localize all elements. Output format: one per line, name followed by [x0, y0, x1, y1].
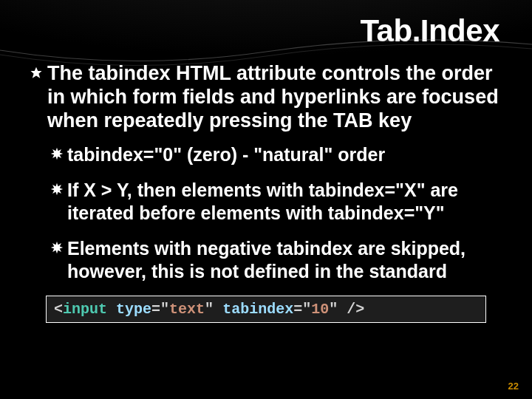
bullet-level2: tabindex="0" (zero) - "natural" order [50, 143, 502, 166]
code-attr: type [116, 301, 151, 318]
svg-marker-0 [31, 67, 42, 78]
code-punct: =" [151, 301, 169, 318]
bullet-text: Elements with negative tabindex are skip… [67, 237, 502, 282]
slide: Tab.Index The tabindex HTML attribute co… [0, 0, 532, 399]
code-punct: " [329, 301, 338, 318]
svg-marker-1 [51, 147, 64, 160]
code-space [107, 301, 116, 318]
svg-marker-3 [51, 242, 64, 254]
code-space [338, 301, 347, 318]
code-space [214, 301, 222, 318]
bullet-level2: Elements with negative tabindex are skip… [50, 237, 502, 282]
bullet-level2: If X > Y, then elements with tabindex="X… [50, 179, 502, 224]
star-6-icon [30, 66, 43, 80]
slide-title: Tab.Index [30, 13, 502, 49]
bullet-text: The tabindex HTML attribute controls the… [47, 62, 502, 133]
code-tag: input [63, 301, 107, 318]
code-attr: tabindex [222, 301, 293, 318]
code-punct: < [54, 301, 63, 318]
code-string: text [169, 301, 205, 318]
bullet-level1: The tabindex HTML attribute controls the… [30, 62, 502, 133]
code-string: 10 [311, 301, 329, 318]
svg-marker-2 [51, 183, 64, 196]
bullet-text: tabindex="0" (zero) - "natural" order [67, 143, 385, 166]
code-punct: " [205, 301, 214, 318]
page-number: 22 [508, 381, 519, 392]
star-8-icon [50, 147, 64, 160]
star-8-icon [50, 241, 64, 254]
code-punct: =" [293, 301, 311, 318]
code-punct: /> [347, 301, 364, 318]
bullet-text: If X > Y, then elements with tabindex="X… [67, 179, 502, 224]
slide-content: The tabindex HTML attribute controls the… [30, 62, 502, 323]
code-example: <input type="text" tabindex="10" /> [46, 296, 486, 323]
star-8-icon [50, 183, 64, 196]
